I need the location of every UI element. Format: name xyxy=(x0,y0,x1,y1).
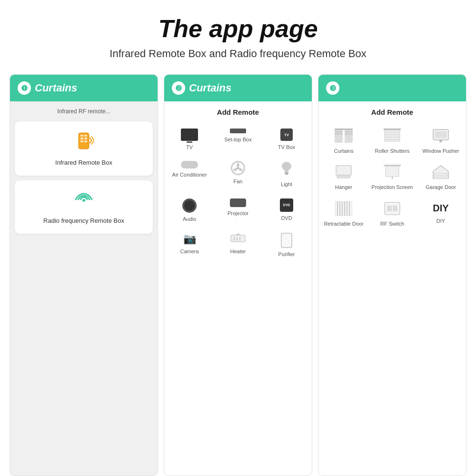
rf-device-card[interactable]: Radio frequency Remote Box xyxy=(15,180,153,234)
svg-rect-18 xyxy=(236,234,240,235)
svg-rect-35 xyxy=(435,131,446,138)
audio-label: Audio xyxy=(183,216,196,222)
ac-icon xyxy=(181,161,198,169)
svg-rect-37 xyxy=(336,166,351,175)
list-item-heater[interactable]: Heater xyxy=(215,228,261,261)
curtains-icon xyxy=(335,129,353,145)
list-item-window-pusher[interactable]: Window Pusher xyxy=(417,124,464,158)
rf-switch-label: RF Switch xyxy=(380,220,404,227)
tvbox-icon: TV xyxy=(280,129,293,141)
panel-1-number: ❶ xyxy=(18,81,31,95)
retractable-door-label: Retractable Door xyxy=(324,220,363,227)
svg-rect-21 xyxy=(345,130,353,143)
diy-label: DIY xyxy=(436,218,445,224)
page-subtitle: Infrared Remote Box and Radio frequency … xyxy=(109,48,366,60)
list-item-roller[interactable]: Roller Shutters xyxy=(369,124,416,158)
svg-rect-12 xyxy=(285,172,288,174)
list-item-projection-screen[interactable]: Projection Screen xyxy=(369,160,416,194)
heater-icon xyxy=(230,233,246,245)
svg-rect-54 xyxy=(393,206,397,211)
purifier-icon xyxy=(281,233,292,248)
list-item-fan[interactable]: Fan xyxy=(215,156,261,191)
tv-label: TV xyxy=(186,144,193,150)
projection-screen-label: Projection Screen xyxy=(372,184,413,190)
panels-container: ❶ Curtains Infrared RF remote... xyxy=(0,65,476,476)
list-item-retractable-door[interactable]: Retractable Door xyxy=(320,197,367,231)
projection-screen-icon xyxy=(384,165,401,181)
panel-3-grid: Curtains Roller Shutters xyxy=(320,124,464,231)
svg-rect-52 xyxy=(385,202,400,215)
list-item-garage-door[interactable]: Garage Door xyxy=(417,160,464,194)
list-item-tvbox[interactable]: TV TV Box xyxy=(263,124,310,154)
rf-icon xyxy=(72,190,96,212)
dvd-icon: DVD xyxy=(280,198,293,212)
panel-1-devices-label: Infrared RF remote... xyxy=(15,106,153,117)
svg-rect-19 xyxy=(335,129,353,130)
svg-point-9 xyxy=(237,163,239,168)
hanger-label: Hanger xyxy=(335,184,352,190)
camera-icon: 📷 xyxy=(183,233,196,245)
window-pusher-icon xyxy=(432,129,449,145)
svg-rect-20 xyxy=(335,130,343,143)
svg-rect-3 xyxy=(80,138,83,139)
dvd-label: DVD xyxy=(281,215,292,221)
svg-point-7 xyxy=(82,199,85,202)
panel-2-number: ❷ xyxy=(172,81,185,95)
tvbox-label: TV Box xyxy=(278,144,295,150)
list-item-hanger[interactable]: Hanger xyxy=(320,160,367,194)
list-item-rf-switch[interactable]: RF Switch xyxy=(369,197,416,231)
panel-3-add-remote-label: Add Remote xyxy=(320,105,464,119)
panel-2: ❷ Curtains Add Remote TV Set-top Box TV … xyxy=(164,74,312,476)
ir-device-label: Infrared Remote Box xyxy=(55,159,112,166)
panel-1: ❶ Curtains Infrared RF remote... xyxy=(10,74,158,476)
light-label: Light xyxy=(281,181,292,188)
fan-label: Fan xyxy=(234,178,243,185)
list-item-dvd[interactable]: DVD DVD xyxy=(263,194,310,226)
list-item-light[interactable]: Light xyxy=(263,156,310,191)
rf-device-label: Radio frequency Remote Box xyxy=(43,217,124,224)
list-item-settop[interactable]: Set-top Box xyxy=(215,124,261,154)
list-item-curtains[interactable]: Curtains xyxy=(320,124,367,158)
settop-icon xyxy=(230,129,246,133)
panel-2-grid: TV Set-top Box TV TV Box Air Conditioner xyxy=(166,124,310,261)
page-title: The app page xyxy=(109,14,366,43)
list-item-projector[interactable]: Projector xyxy=(215,194,261,226)
roller-label: Roller Shutters xyxy=(375,148,410,154)
panel-3-number: ❸ xyxy=(326,81,339,95)
audio-icon xyxy=(182,198,197,213)
ac-label: Air Conditioner xyxy=(172,171,207,178)
svg-rect-0 xyxy=(79,133,89,149)
svg-rect-13 xyxy=(285,174,288,175)
rf-switch-icon xyxy=(384,201,401,218)
list-item-camera[interactable]: 📷 Camera xyxy=(166,228,213,261)
projector-icon xyxy=(230,198,246,207)
list-item-diy[interactable]: DIY DIY xyxy=(417,197,464,231)
curtains-label: Curtains xyxy=(334,148,354,154)
projector-label: Projector xyxy=(228,210,248,217)
panel-3-body: Add Remote xyxy=(318,101,466,476)
settop-label: Set-top Box xyxy=(224,136,251,143)
panel-1-title: Curtains xyxy=(35,82,77,94)
garage-door-icon xyxy=(432,165,449,181)
panel-2-add-remote-label: Add Remote xyxy=(166,105,310,119)
panel-1-body: Infrared RF remote... xyxy=(10,101,158,476)
svg-rect-14 xyxy=(231,235,245,242)
list-item-purifier[interactable]: Purifier xyxy=(263,228,310,261)
roller-icon xyxy=(384,129,401,145)
svg-rect-6 xyxy=(84,140,87,142)
tv-icon xyxy=(181,129,198,141)
light-icon xyxy=(281,161,292,178)
camera-label: Camera xyxy=(180,248,198,255)
garage-door-label: Garage Door xyxy=(426,184,456,190)
ir-icon xyxy=(72,131,96,154)
list-item-audio[interactable]: Audio xyxy=(166,194,213,226)
list-item-tv[interactable]: TV xyxy=(166,124,213,154)
ir-device-card[interactable]: Infrared Remote Box xyxy=(15,121,153,176)
panel-2-header: ❷ Curtains xyxy=(164,75,312,101)
panel-2-title: Curtains xyxy=(189,82,231,94)
svg-rect-2 xyxy=(84,135,87,137)
list-item-ac[interactable]: Air Conditioner xyxy=(166,156,213,191)
svg-rect-1 xyxy=(80,135,83,137)
purifier-label: Purifier xyxy=(278,251,295,258)
panel-1-header: ❶ Curtains xyxy=(10,75,158,101)
